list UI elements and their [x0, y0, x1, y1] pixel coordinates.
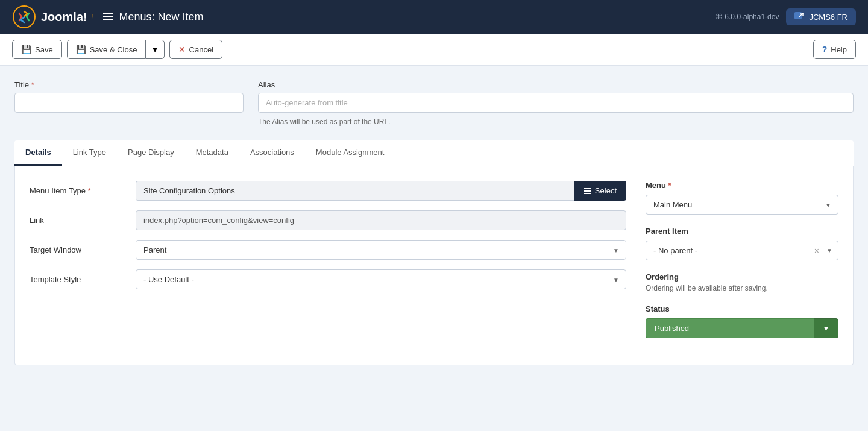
ordering-label: Ordering: [646, 272, 838, 282]
status-dropdown-arrow: ▼: [823, 325, 829, 332]
alias-hint: The Alias will be used as part of the UR…: [258, 118, 854, 126]
link-row: Link index.php?option=com_config&view=co…: [30, 210, 626, 230]
cancel-button[interactable]: ✕ Cancel: [169, 40, 222, 59]
tab-associations[interactable]: Associations: [239, 140, 305, 166]
parent-item-wrapper: - No parent - × ▼: [646, 241, 838, 260]
user-button-label: JCMS6 FR: [809, 13, 848, 22]
list-icon: [584, 188, 591, 194]
link-value: index.php?option=com_config&view=config: [136, 210, 626, 230]
alias-group: Alias The Alias will be used as part of …: [258, 80, 854, 126]
content-area: Title * Alias The Alias will be used as …: [0, 66, 868, 365]
link-label: Link: [30, 216, 126, 225]
status-value: Published: [646, 318, 814, 338]
toolbar: 💾 Save 💾 Save & Close ▼ ✕ Cancel ? Help: [0, 34, 868, 66]
title-label: Title *: [14, 80, 244, 89]
tab-module-assignment[interactable]: Module Assignment: [305, 140, 395, 166]
target-window-control: Parent New Window with Navigation New Wi…: [136, 240, 626, 260]
page-title-text: Menus: New Item: [119, 11, 203, 24]
joomla-tm: !: [92, 14, 94, 20]
hamburger-icon[interactable]: [103, 13, 113, 20]
ordering-field: Ordering Ordering will be available afte…: [646, 272, 838, 292]
help-button-label: Help: [831, 45, 847, 54]
template-style-control: - Use Default -: [136, 269, 626, 289]
save-close-group: 💾 Save & Close ▼: [67, 40, 165, 59]
tab-link-type[interactable]: Link Type: [62, 140, 117, 166]
main-panel: Menu Item Type * Site Configuration Opti…: [14, 166, 854, 365]
save-close-dropdown[interactable]: ▼: [145, 40, 164, 59]
external-link-icon: [794, 12, 804, 22]
menu-required: *: [668, 181, 671, 190]
title-input[interactable]: [14, 93, 244, 113]
top-bar-right: ⌘ 6.0.0-alpha1-dev JCMS6 FR: [715, 8, 856, 25]
tab-details[interactable]: Details: [14, 140, 62, 166]
menu-select[interactable]: Main Menu: [646, 195, 838, 215]
menu-select-wrapper: Main Menu: [646, 195, 838, 215]
alias-label: Alias: [258, 80, 854, 89]
save-button[interactable]: 💾 Save: [12, 40, 62, 59]
page-title: Menus: New Item: [103, 11, 203, 24]
title-required: *: [31, 80, 34, 89]
status-field: Status Published ▼: [646, 304, 838, 338]
target-window-label: Target Window: [30, 245, 126, 254]
toolbar-left: 💾 Save 💾 Save & Close ▼ ✕ Cancel: [12, 40, 222, 59]
cancel-icon: ✕: [178, 45, 186, 54]
save-button-label: Save: [35, 45, 53, 54]
version-badge: ⌘ 6.0.0-alpha1-dev: [715, 13, 779, 21]
title-group: Title *: [14, 80, 244, 126]
menu-item-type-row: Menu Item Type * Site Configuration Opti…: [30, 181, 626, 201]
menu-type-group: Site Configuration Options Select: [136, 181, 626, 201]
parent-clear-button[interactable]: ×: [814, 246, 819, 256]
joomla-logo: Joomla! !: [12, 5, 93, 29]
menu-right-label: Menu *: [646, 181, 838, 190]
user-button[interactable]: JCMS6 FR: [786, 8, 856, 25]
help-button[interactable]: ? Help: [813, 40, 856, 59]
target-window-wrapper: Parent New Window with Navigation New Wi…: [136, 240, 626, 260]
top-bar-left: Joomla! ! Menus: New Item: [12, 5, 204, 29]
dropdown-arrow: ▼: [151, 45, 159, 54]
alias-input[interactable]: [258, 93, 854, 113]
menu-item-type-value: Site Configuration Options: [136, 181, 574, 201]
menu-item-type-label: Menu Item Type *: [30, 186, 126, 195]
status-dropdown-button[interactable]: ▼: [814, 318, 838, 338]
link-control: index.php?option=com_config&view=config: [136, 210, 626, 230]
parent-item-select[interactable]: - No parent -: [646, 241, 838, 260]
title-alias-row: Title * Alias The Alias will be used as …: [14, 80, 854, 126]
tabs: Details Link Type Page Display Metadata …: [14, 140, 854, 166]
parent-item-label: Parent Item: [646, 227, 838, 236]
template-style-select[interactable]: - Use Default -: [136, 269, 626, 289]
save-close-label: Save & Close: [90, 45, 137, 54]
save-close-button[interactable]: 💾 Save & Close: [67, 40, 146, 59]
menu-item-type-control: Site Configuration Options Select: [136, 181, 626, 201]
menu-item-type-required: *: [88, 186, 91, 195]
cancel-button-label: Cancel: [189, 45, 213, 54]
ordering-hint: Ordering will be available after saving.: [646, 284, 838, 292]
select-button[interactable]: Select: [574, 181, 626, 201]
select-button-label: Select: [595, 186, 617, 195]
details-right: Menu * Main Menu Parent Item - No paren: [646, 181, 838, 350]
tab-page-display[interactable]: Page Display: [117, 140, 185, 166]
save-icon: 💾: [21, 45, 31, 54]
target-window-select[interactable]: Parent New Window with Navigation New Wi…: [136, 240, 626, 260]
tab-metadata[interactable]: Metadata: [185, 140, 239, 166]
joomla-text: Joomla!: [41, 10, 87, 24]
details-left: Menu Item Type * Site Configuration Opti…: [30, 181, 626, 350]
details-layout: Menu Item Type * Site Configuration Opti…: [30, 181, 838, 350]
help-icon: ?: [822, 45, 828, 54]
joomla-logo-icon: [12, 5, 36, 29]
target-window-row: Target Window Parent New Window with Nav…: [30, 240, 626, 260]
parent-item-field: Parent Item - No parent - × ▼: [646, 227, 838, 260]
menu-field: Menu * Main Menu: [646, 181, 838, 215]
template-style-wrapper: - Use Default -: [136, 269, 626, 289]
top-bar: Joomla! ! Menus: New Item ⌘ 6.0.0-alpha1…: [0, 0, 868, 34]
status-group: Published ▼: [646, 318, 838, 338]
save-close-icon: 💾: [76, 45, 86, 54]
template-style-label: Template Style: [30, 275, 126, 284]
status-label: Status: [646, 304, 838, 313]
template-style-row: Template Style - Use Default -: [30, 269, 626, 289]
